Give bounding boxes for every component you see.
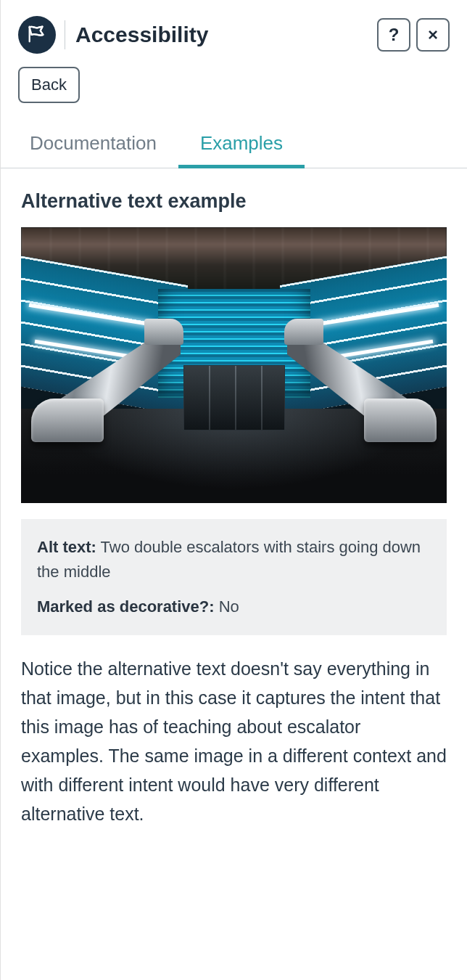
- alt-text-label: Alt text:: [37, 538, 96, 556]
- close-icon: ×: [428, 25, 438, 45]
- alt-text-row: Alt text: Two double escalators with sta…: [37, 535, 431, 584]
- decorative-value: No: [219, 597, 239, 616]
- tab-bar: Documentation Examples: [1, 122, 467, 168]
- help-button[interactable]: ?: [377, 18, 410, 52]
- brand-logo: [18, 16, 56, 54]
- panel-header: Accessibility ? ×: [1, 0, 467, 61]
- example-title: Alternative text example: [21, 190, 447, 213]
- decorative-row: Marked as decorative?: No: [37, 595, 431, 619]
- header-divider: [65, 20, 65, 49]
- example-image: [21, 227, 447, 503]
- example-infobox: Alt text: Two double escalators with sta…: [21, 519, 447, 635]
- flag-icon: [26, 23, 48, 47]
- tab-documentation[interactable]: Documentation: [8, 122, 178, 168]
- accessibility-panel: Accessibility ? × Back Documentation Exa…: [0, 0, 467, 980]
- decorative-label: Marked as decorative?:: [37, 597, 215, 616]
- content-area: Alternative text example: [1, 168, 467, 980]
- back-button[interactable]: Back: [18, 67, 80, 103]
- page-title: Accessibility: [75, 23, 377, 47]
- close-button[interactable]: ×: [416, 18, 450, 52]
- example-explanation: Notice the alternative text doesn't say …: [21, 654, 447, 828]
- back-row: Back: [1, 61, 467, 122]
- help-icon: ?: [389, 25, 400, 45]
- tab-examples[interactable]: Examples: [178, 122, 305, 168]
- header-actions: ? ×: [377, 18, 450, 52]
